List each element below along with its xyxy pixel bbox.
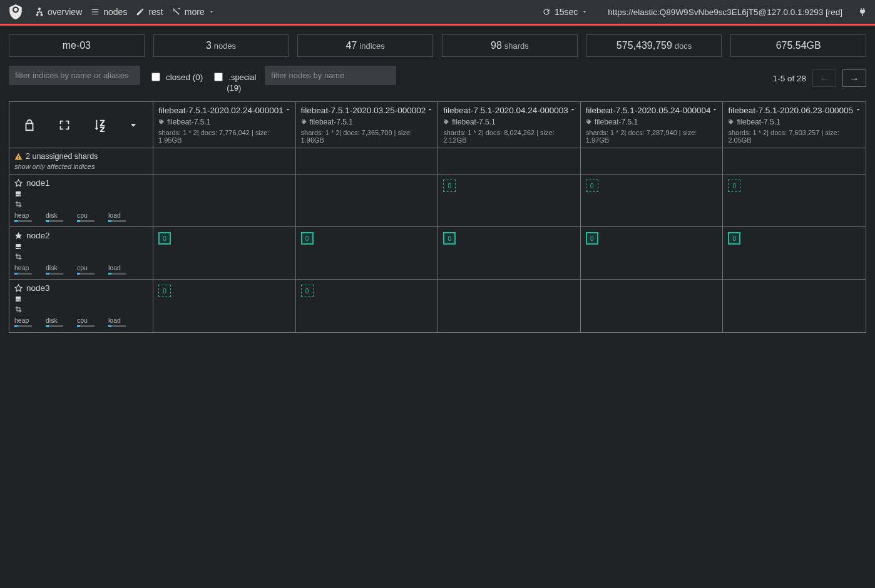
warning-icon — [14, 153, 23, 161]
pager-next[interactable]: → — [842, 69, 866, 87]
node-row-node1: node1 heap disk cpu load — [9, 175, 153, 227]
summary-row: me-03 3 nodes 47 indices 98 shards 575,4… — [0, 26, 875, 66]
shard-replica[interactable]: 0 — [301, 285, 314, 297]
index-name[interactable]: filebeat-7.5.1-2020.04.24-000003 — [443, 106, 575, 115]
tag-icon — [158, 119, 165, 125]
unlock-icon[interactable] — [23, 118, 36, 132]
sort-alpha-icon[interactable] — [92, 118, 106, 132]
index-alias: filebeat-7.5.1 — [443, 118, 575, 126]
app-logo[interactable] — [8, 4, 24, 20]
grid-tools — [9, 102, 153, 148]
index-stats: shards: 1 * 2| docs: 7,776,042 | size: 1… — [158, 129, 290, 144]
node-row-node2: node2 heap disk cpu load — [9, 227, 153, 280]
caret-down-icon[interactable] — [127, 119, 140, 131]
shard-cell: 0 — [438, 175, 581, 227]
filter-nodes-input[interactable] — [265, 66, 396, 85]
index-menu-icon[interactable] — [854, 106, 862, 113]
empty-cell — [438, 148, 581, 175]
refresh-interval[interactable]: 15sec — [542, 7, 588, 17]
tag-icon — [586, 119, 592, 125]
show-affected-link[interactable]: show only affected indices — [14, 163, 148, 170]
index-alias: filebeat-7.5.1 — [586, 118, 718, 126]
filter-indices-input[interactable] — [9, 66, 140, 85]
index-header-3: filebeat-7.5.1-2020.05.24-000004 filebea… — [581, 102, 724, 148]
shard-replica[interactable]: 0 — [586, 180, 598, 192]
tag-icon — [728, 119, 734, 125]
index-menu-icon[interactable] — [569, 106, 576, 113]
crop-icon — [14, 253, 22, 260]
crop-icon — [14, 200, 22, 208]
index-header-4: filebeat-7.5.1-2020.06.23-000005 filebea… — [723, 102, 866, 148]
shard-cell: 0 — [723, 175, 866, 227]
stat-nodes: 3 nodes — [153, 34, 289, 57]
node-row-node3: node3 heap disk cpu load — [9, 280, 153, 332]
index-alias: filebeat-7.5.1 — [301, 118, 433, 126]
stat-size: 675.54GB — [730, 34, 866, 57]
pager: 1-5 of 28 ← → — [773, 69, 866, 87]
nav-nodes[interactable]: nodes — [91, 7, 127, 17]
shard-primary[interactable]: 0 — [301, 232, 314, 245]
shard-replica[interactable]: 0 — [728, 180, 740, 192]
empty-cell — [153, 148, 296, 175]
node-name-label[interactable]: node3 — [26, 283, 50, 293]
node-name-label[interactable]: node2 — [26, 231, 50, 240]
refresh-icon — [542, 8, 551, 16]
disconnect-button[interactable] — [857, 7, 867, 17]
shard-cell — [153, 175, 296, 227]
tag-icon — [443, 119, 449, 125]
shard-primary[interactable]: 0 — [158, 232, 171, 245]
list-icon — [91, 8, 100, 16]
shard-cell — [438, 280, 581, 332]
nav-overview-label: overview — [48, 7, 82, 17]
index-alias: filebeat-7.5.1 — [158, 118, 290, 126]
index-name[interactable]: filebeat-7.5.1-2020.06.23-000005 — [728, 106, 861, 115]
shard-cell: 0 — [581, 227, 724, 280]
filter-special-checkbox[interactable]: .special (19) — [212, 71, 256, 93]
shard-primary[interactable]: 0 — [586, 232, 598, 245]
disk-icon — [14, 190, 22, 198]
index-stats: shards: 1 * 2| docs: 8,024,262 | size: 2… — [443, 129, 575, 144]
wand-icon — [172, 8, 181, 16]
empty-cell — [581, 148, 724, 175]
shard-primary[interactable]: 0 — [443, 232, 456, 245]
nav-more[interactable]: more — [172, 7, 215, 17]
index-header-2: filebeat-7.5.1-2020.04.24-000003 filebea… — [438, 102, 581, 148]
nav-overview[interactable]: overview — [35, 7, 82, 17]
shard-primary[interactable]: 0 — [728, 232, 740, 245]
shard-cell: 0 — [153, 280, 296, 332]
pager-prev[interactable]: ← — [812, 69, 836, 87]
index-menu-icon[interactable] — [426, 106, 434, 113]
star-outline-icon — [14, 284, 23, 292]
caret-down-icon — [581, 9, 588, 15]
shard-cell: 0 — [296, 227, 439, 280]
node-name-label[interactable]: node1 — [26, 178, 50, 188]
filter-row: closed (0) .special (19) 1-5 of 28 ← → — [0, 66, 875, 101]
shard-cell: 0 — [438, 227, 581, 280]
shard-replica[interactable]: 0 — [158, 285, 171, 297]
star-outline-icon — [14, 179, 23, 187]
refresh-label: 15sec — [555, 7, 578, 17]
crop-icon — [14, 305, 22, 313]
shard-replica[interactable]: 0 — [443, 180, 456, 192]
disk-icon — [14, 243, 22, 250]
index-header-1: filebeat-7.5.1-2020.03.25-000002 filebea… — [296, 102, 439, 148]
index-name[interactable]: filebeat-7.5.1-2020.03.25-000002 — [301, 106, 433, 115]
index-alias: filebeat-7.5.1 — [728, 118, 861, 126]
index-name[interactable]: filebeat-7.5.1-2020.02.24-000001 — [158, 106, 290, 115]
stat-indices: 47 indices — [297, 34, 433, 57]
index-name[interactable]: filebeat-7.5.1-2020.05.24-000004 — [586, 106, 718, 115]
plug-icon — [857, 7, 867, 17]
expand-icon[interactable] — [58, 118, 71, 132]
unassigned-warning: 2 unassigned shards show only affected i… — [9, 148, 153, 175]
stat-shards: 98 shards — [442, 34, 578, 57]
shard-cell: 0 — [723, 227, 866, 280]
filter-closed-checkbox[interactable]: closed (0) — [149, 71, 203, 83]
nav-rest-label: rest — [148, 7, 163, 17]
nav-nodes-label: nodes — [103, 7, 127, 17]
index-menu-icon[interactable] — [284, 106, 292, 113]
caret-down-icon — [208, 9, 215, 15]
nav-rest[interactable]: rest — [136, 7, 163, 17]
index-menu-icon[interactable] — [711, 106, 719, 113]
connection-string: https://elastic:Q89W9SvNbe9sc3EL6jT5@127… — [608, 8, 842, 17]
nav-more-label: more — [185, 7, 205, 17]
